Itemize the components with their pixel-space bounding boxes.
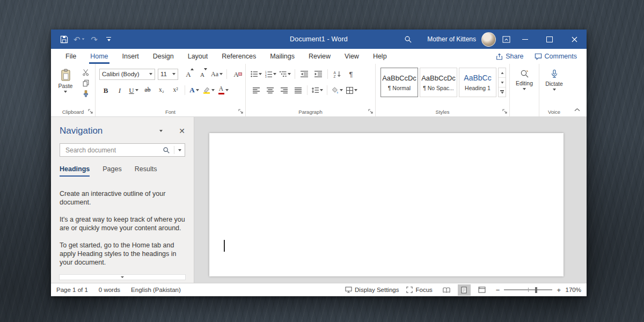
clear-formatting-button[interactable]: A: [230, 68, 243, 80]
comments-button[interactable]: Comments: [535, 53, 577, 60]
nav-tab-pages[interactable]: Pages: [103, 165, 121, 177]
editing-button[interactable]: Editing: [511, 68, 538, 107]
avatar[interactable]: [481, 32, 496, 47]
cut-button[interactable]: [79, 68, 92, 77]
borders-button[interactable]: [345, 84, 358, 96]
line-spacing-button[interactable]: [310, 84, 324, 96]
customize-quick-access-button[interactable]: [104, 32, 114, 46]
zoom-in-button[interactable]: +: [557, 287, 561, 294]
tab-file[interactable]: File: [58, 49, 83, 64]
dictate-button[interactable]: Dictate: [540, 68, 568, 107]
font-family-combo[interactable]: Calibri (Body): [99, 69, 155, 80]
search-document-input[interactable]: [64, 146, 159, 155]
style-normal[interactable]: AaBbCcDc ¶ Normal: [380, 68, 418, 97]
close-button[interactable]: [562, 30, 587, 49]
grow-font-button[interactable]: A: [182, 68, 195, 80]
font-dialog-launcher[interactable]: [238, 108, 244, 114]
tab-mailings[interactable]: Mailings: [263, 49, 302, 64]
justify-button[interactable]: [291, 84, 304, 96]
tab-help[interactable]: Help: [366, 49, 394, 64]
maximize-button[interactable]: [537, 30, 562, 49]
styles-scroll-down-button[interactable]: [499, 78, 506, 87]
increase-indent-button[interactable]: [312, 68, 325, 80]
align-center-button[interactable]: [264, 84, 276, 96]
search-options-dropdown-icon[interactable]: [178, 149, 181, 151]
bullets-button[interactable]: [250, 68, 263, 80]
show-hide-paragraph-button[interactable]: ¶: [345, 68, 357, 80]
shading-button[interactable]: [330, 84, 344, 96]
styles-dialog-launcher[interactable]: [502, 108, 508, 114]
pilcrow-icon: ¶: [349, 71, 353, 78]
shrink-font-button[interactable]: A: [196, 68, 209, 80]
zoom-out-button[interactable]: −: [496, 287, 500, 294]
styles-scroll-up-button[interactable]: [499, 68, 506, 78]
format-painter-button[interactable]: [79, 90, 92, 98]
change-case-button[interactable]: Aa: [210, 68, 224, 80]
nav-search-icon[interactable]: [163, 147, 170, 154]
word-count[interactable]: 0 words: [99, 287, 120, 293]
tab-home[interactable]: Home: [83, 49, 115, 64]
zoom-level[interactable]: 170%: [565, 287, 581, 293]
paste-button[interactable]: Paste: [55, 68, 76, 107]
account-name[interactable]: Mother of Kittens: [427, 35, 476, 43]
document-canvas-area[interactable]: [194, 117, 587, 283]
subscript-button[interactable]: x₂: [155, 84, 168, 96]
nav-tab-headings[interactable]: Headings: [60, 165, 90, 177]
strikethrough-button[interactable]: ab: [141, 84, 154, 96]
multilevel-list-button[interactable]: [279, 68, 292, 80]
style-heading-1[interactable]: AaBbCc Heading 1: [459, 68, 496, 97]
tab-references[interactable]: References: [215, 49, 263, 64]
copy-button[interactable]: [79, 79, 92, 87]
navigation-options-dropdown-icon[interactable]: [159, 130, 163, 132]
nav-tab-results[interactable]: Results: [135, 165, 157, 177]
chevron-up-icon: [574, 108, 580, 112]
tab-review[interactable]: Review: [302, 49, 338, 64]
font-color-dropdown-icon: [225, 89, 229, 91]
document-page[interactable]: [209, 133, 564, 276]
navigation-scroll-down[interactable]: [59, 274, 186, 280]
ribbon-display-options-button[interactable]: [502, 36, 510, 43]
language-indicator[interactable]: English (Pakistan): [131, 287, 181, 293]
web-layout-button[interactable]: [475, 284, 488, 296]
style-no-spacing[interactable]: AaBbCcDc ¶ No Spac...: [420, 68, 457, 97]
superscript-button[interactable]: x²: [169, 84, 182, 96]
tab-insert[interactable]: Insert: [115, 49, 146, 64]
underline-button[interactable]: U: [127, 84, 140, 96]
minimize-button[interactable]: [513, 30, 537, 49]
zoom-slider-thumb[interactable]: [535, 287, 537, 293]
save-button[interactable]: [59, 32, 69, 46]
clipboard-dialog-launcher[interactable]: [87, 108, 93, 114]
tab-layout[interactable]: Layout: [181, 49, 215, 64]
align-left-button[interactable]: [250, 84, 262, 96]
search-button[interactable]: [404, 35, 412, 43]
font-size-combo[interactable]: 11: [158, 69, 178, 80]
collapse-ribbon-button[interactable]: [573, 106, 581, 113]
search-document-box[interactable]: [60, 143, 185, 157]
align-right-button[interactable]: [277, 84, 290, 96]
undo-button[interactable]: ↶: [74, 32, 85, 46]
print-layout-icon: [461, 287, 467, 294]
display-settings-button[interactable]: Display Settings: [345, 287, 399, 293]
styles-gallery-more-button[interactable]: [499, 87, 506, 97]
italic-button[interactable]: I: [113, 84, 126, 96]
print-layout-button[interactable]: [458, 284, 471, 296]
justify-icon: [295, 87, 302, 93]
tab-view[interactable]: View: [338, 49, 366, 64]
read-mode-button[interactable]: [440, 284, 453, 296]
zoom-slider[interactable]: [504, 289, 552, 290]
highlight-color-button[interactable]: [202, 84, 216, 96]
tab-design[interactable]: Design: [146, 49, 181, 64]
decrease-indent-button[interactable]: [298, 68, 311, 80]
text-effects-button[interactable]: A: [188, 84, 201, 96]
font-color-button[interactable]: A: [217, 84, 230, 96]
share-button[interactable]: Share: [496, 53, 523, 60]
page-indicator[interactable]: Page 1 of 1: [56, 287, 88, 293]
paragraph-dialog-launcher[interactable]: [368, 108, 374, 114]
redo-button[interactable]: ↷: [90, 32, 99, 46]
focus-button[interactable]: Focus: [406, 287, 432, 293]
bold-button[interactable]: B: [99, 84, 112, 96]
sort-button[interactable]: A Z: [331, 68, 343, 80]
navigation-close-icon[interactable]: ✕: [179, 127, 185, 135]
numbering-button[interactable]: 1 2 3: [264, 68, 277, 80]
paste-icon: [61, 69, 71, 81]
